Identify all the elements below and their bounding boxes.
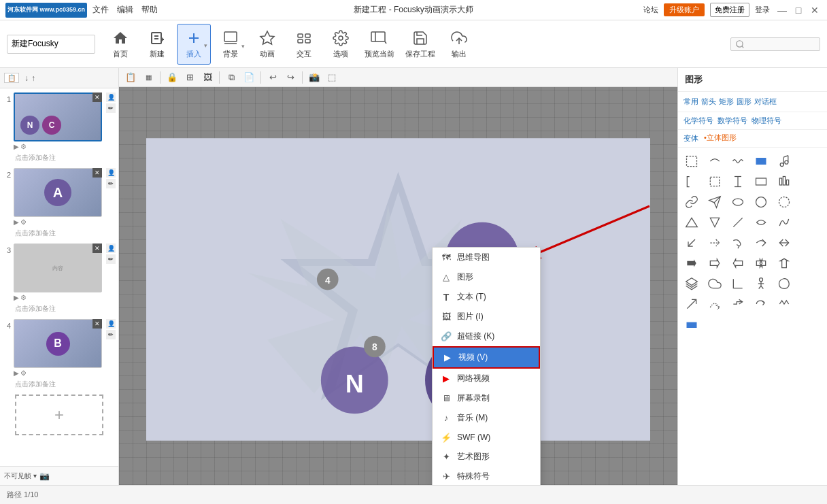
tab-3d[interactable]: •立体图形 xyxy=(704,133,737,144)
shape-blob[interactable] xyxy=(773,274,795,293)
shape-curve-right[interactable] xyxy=(750,213,772,232)
menu-item-netvideo[interactable]: ▶ 网络视频 xyxy=(433,369,540,388)
shape-arrow-right-curve[interactable] xyxy=(750,233,772,252)
shape-bars[interactable] xyxy=(773,172,795,191)
settings-btn[interactable]: ⚙ xyxy=(20,369,27,377)
sec-btn-1[interactable]: 📋 xyxy=(123,70,138,85)
tab-common[interactable]: 常用 xyxy=(683,96,698,107)
menu-edit[interactable]: 编辑 xyxy=(117,4,133,16)
settings-btn[interactable]: ⚙ xyxy=(20,294,27,301)
toolbar-save[interactable]: 保存工程 xyxy=(401,24,439,65)
menu-item-artshape[interactable]: ✦ 艺术图形 xyxy=(433,447,540,467)
side-icon-1[interactable]: 👤 xyxy=(106,243,116,253)
tab-math[interactable]: 数学符号 xyxy=(718,115,747,127)
slide-thumbnail[interactable]: A xyxy=(14,168,102,217)
sec-btn-paste[interactable]: 📄 xyxy=(241,70,256,85)
menu-help[interactable]: 帮助 xyxy=(141,4,158,16)
search-input[interactable] xyxy=(747,39,815,49)
side-icon-1[interactable]: 👤 xyxy=(106,93,116,102)
sec-btn-expand[interactable]: ⬚ xyxy=(324,70,339,85)
tab-physics[interactable]: 物理符号 xyxy=(752,115,781,127)
shape-blue-rect[interactable] xyxy=(681,315,703,334)
shape-arrow-step[interactable] xyxy=(727,295,749,314)
slide-close-btn[interactable]: ✕ xyxy=(92,319,102,329)
toolbar-preview[interactable]: 预览当前 xyxy=(360,24,399,65)
toolbar-interact[interactable]: 交互 xyxy=(287,24,321,65)
side-icon-1[interactable]: 👤 xyxy=(106,319,116,329)
shape-arrow-solid-r[interactable] xyxy=(681,254,703,273)
shape-ellipse-outline[interactable] xyxy=(727,192,749,212)
shape-bracket-dashed[interactable] xyxy=(704,172,726,191)
sec-btn-grid[interactable]: ⊞ xyxy=(182,70,197,85)
sec-btn-camera[interactable]: 📸 xyxy=(307,70,322,85)
tab-circle[interactable]: 圆形 xyxy=(737,96,752,107)
settings-btn[interactable]: ⚙ xyxy=(20,218,27,226)
menu-item-screenrecord[interactable]: 🖥 屏幕录制 xyxy=(433,388,540,408)
add-frame-btn[interactable]: + xyxy=(15,394,103,435)
sec-btn-lock[interactable]: 🔒 xyxy=(165,70,180,85)
shape-separator[interactable] xyxy=(727,172,749,191)
tab-variant[interactable]: 变体 xyxy=(683,133,698,144)
panel-toolbar-btn1[interactable]: 📋 xyxy=(4,73,19,83)
sec-btn-2[interactable]: ▦ xyxy=(141,70,156,85)
shape-zigzag[interactable] xyxy=(773,295,795,314)
play-btn[interactable]: ▶ xyxy=(14,294,19,301)
shape-double-arrow[interactable] xyxy=(773,233,795,252)
slide-thumbnail[interactable]: 内容 xyxy=(14,243,102,292)
shape-arrow-diag[interactable] xyxy=(681,295,703,314)
play-btn[interactable]: ▶ xyxy=(14,369,19,377)
shape-wave[interactable] xyxy=(727,152,749,171)
shape-curve1[interactable] xyxy=(704,152,726,171)
sec-btn-undo[interactable]: ↩ xyxy=(265,70,280,85)
menu-item-swf[interactable]: ⚡ SWF (W) xyxy=(433,428,540,447)
toolbar-new[interactable]: 新建 xyxy=(140,24,174,65)
tab-dialog[interactable]: 对话框 xyxy=(754,96,777,107)
toolbar-bg[interactable]: 背景 xyxy=(214,24,248,65)
settings-btn[interactable]: ⚙ xyxy=(20,143,27,150)
register-button[interactable]: 免费注册 xyxy=(710,3,749,17)
toolbar-animation[interactable]: 动画 xyxy=(250,24,284,65)
tab-chem[interactable]: 化学符号 xyxy=(683,115,713,127)
slide-close-btn[interactable]: ✕ xyxy=(92,168,102,178)
tab-arrow[interactable]: 箭头 xyxy=(701,96,716,107)
slide-canvas[interactable]: A C N 8 4 xyxy=(146,107,650,471)
sec-btn-img[interactable]: 🖼 xyxy=(200,70,215,85)
shape-select-rect[interactable] xyxy=(681,152,703,171)
shape-line-diagonal[interactable] xyxy=(727,213,749,232)
side-icon-2[interactable]: ✏ xyxy=(106,179,116,188)
shape-rect-solid[interactable] xyxy=(750,152,772,171)
shape-arrow-dotted[interactable] xyxy=(704,233,726,252)
shape-layers[interactable] xyxy=(681,274,703,293)
shape-rect-outline[interactable] xyxy=(750,172,772,191)
side-icon-2[interactable]: ✏ xyxy=(106,103,116,113)
shape-curve-fancy[interactable] xyxy=(773,213,795,232)
project-name-input[interactable] xyxy=(12,39,86,49)
play-btn[interactable]: ▶ xyxy=(14,143,19,150)
shape-arrow-dot-curve[interactable] xyxy=(704,295,726,314)
shape-arrow-curve[interactable] xyxy=(727,233,749,252)
shape-triangle-right[interactable] xyxy=(704,213,726,232)
menu-file[interactable]: 文件 xyxy=(92,4,109,16)
menu-item-image[interactable]: 🖼 图片 (I) xyxy=(433,307,540,326)
side-icon-2[interactable]: ✏ xyxy=(106,254,116,264)
shape-arrow-reverse[interactable] xyxy=(750,295,772,314)
menu-item-shape[interactable]: △ 图形 xyxy=(433,267,540,287)
slide-thumbnail[interactable]: N C xyxy=(14,93,102,141)
panel-toolbar-btn3[interactable]: ↑ xyxy=(31,73,35,83)
menu-item-hyperlink[interactable]: 🔗 超链接 (K) xyxy=(433,326,540,346)
shape-arrow-left[interactable] xyxy=(727,254,749,273)
slide-close-btn[interactable]: ✕ xyxy=(92,243,102,253)
menu-item-text[interactable]: T 文本 (T) xyxy=(433,287,540,307)
shape-person[interactable] xyxy=(750,274,772,293)
side-icon-1[interactable]: 👤 xyxy=(106,168,116,178)
slide-close-btn[interactable]: ✕ xyxy=(92,93,102,102)
search-box[interactable] xyxy=(730,37,820,51)
shape-circle-outline[interactable] xyxy=(750,192,772,212)
menu-item-mindmap[interactable]: 🗺 思维导图 xyxy=(433,248,540,267)
panel-bottom-btn1[interactable]: 不可见帧 ▾ xyxy=(4,471,37,481)
shape-link[interactable] xyxy=(681,192,703,212)
upgrade-button[interactable]: 升级账户 xyxy=(664,3,705,16)
shape-arrow-outline-r[interactable] xyxy=(704,254,726,273)
toolbar-output[interactable]: 输出 xyxy=(442,24,476,65)
shape-plane[interactable] xyxy=(704,192,726,212)
